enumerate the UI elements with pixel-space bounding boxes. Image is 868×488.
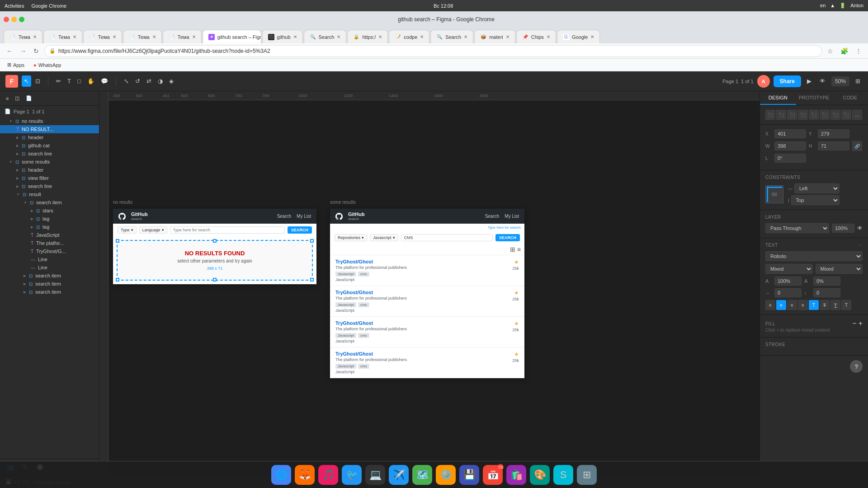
chevron-right-icon-sl2[interactable]: ▶ (16, 184, 19, 188)
text-color-btn[interactable]: T (809, 300, 819, 310)
tab-close-cp[interactable]: ✕ (420, 34, 424, 39)
layer-platform-text[interactable]: T The platfor... (0, 239, 99, 247)
text-underline-btn[interactable]: T̲ (830, 300, 840, 310)
hand-tool[interactable]: ✋ (85, 75, 97, 87)
align-top-btn[interactable]: ⬛ (798, 110, 808, 120)
layer-header-1[interactable]: ▶ ⊡ header (0, 133, 99, 141)
dock-settings[interactable]: ⚙️ (436, 465, 456, 485)
h-input[interactable] (818, 141, 849, 150)
align-bottom-btn[interactable]: ⬛ (820, 110, 830, 120)
vertical-constraint-select[interactable]: Top Bottom Center Scale (791, 195, 840, 205)
bookmark-whatsapp[interactable]: ● WhatsApp (31, 61, 64, 69)
horizontal-constraint-select[interactable]: Left Right Center Scale (794, 183, 840, 193)
zoom-control[interactable]: 50% (831, 76, 849, 86)
chevron-right-icon-gc[interactable]: ▶ (16, 144, 19, 148)
chevron-right-icon-vf[interactable]: ▶ (16, 176, 19, 180)
tab-close-5[interactable]: ✕ (192, 34, 196, 39)
help-button[interactable]: ? (850, 360, 863, 373)
tab-close-s2[interactable]: ✕ (464, 34, 467, 39)
text-align-justify-btn[interactable]: ≡ (798, 300, 808, 310)
chrome-menu-button[interactable]: ⋮ (854, 46, 863, 56)
tab-prototype[interactable]: PROTOTYPE (796, 91, 832, 105)
search-button-no-results[interactable]: SEARCH (288, 226, 312, 234)
dock-calendar[interactable]: 📅 23 (483, 465, 503, 485)
tab-figma-active[interactable]: ✦ github search – Figma ✕ (203, 30, 261, 43)
dock-chrome[interactable]: 🌐 (271, 465, 291, 485)
tab-close-g[interactable]: ✕ (590, 34, 594, 39)
tab-codpe[interactable]: 📝 codpe ✕ (389, 30, 429, 43)
figma-logo[interactable]: F (5, 75, 18, 88)
layers-panel-btn[interactable]: ≡ (4, 94, 11, 103)
tab-close-4[interactable]: ✕ (152, 34, 156, 39)
layer-result[interactable]: ▼ ⊡ result (0, 190, 99, 198)
tab-close-ht[interactable]: ✕ (378, 34, 382, 39)
share-button[interactable]: Share (774, 75, 801, 87)
text-tool[interactable]: T (65, 75, 73, 87)
window-minimize-btn[interactable] (11, 17, 17, 22)
tab-close-ch[interactable]: ✕ (547, 34, 550, 39)
chevron-down-icon-res[interactable]: ▼ (16, 192, 20, 197)
distribute-h-btn[interactable]: ⬛ (830, 110, 840, 120)
visibility-toggle-btn[interactable]: 👁 (857, 225, 863, 231)
dock-skype[interactable]: S (553, 465, 573, 485)
reload-button[interactable]: ↻ (32, 46, 41, 56)
tab-github[interactable]: ⚫ github ✕ (262, 30, 303, 43)
tab-tema-1[interactable]: 📄 Тема ✕ (4, 30, 42, 43)
text-italic-btn[interactable]: T (841, 300, 851, 310)
text-strikethrough-btn[interactable]: T̶ (820, 300, 830, 310)
dock-grid[interactable]: ⊞ (577, 465, 597, 485)
font-size-select[interactable]: Mixed 12 14 (816, 264, 863, 274)
repositories-filter[interactable]: Repositories ▾ (335, 234, 367, 241)
result-title-2[interactable]: TryGhost/Ghost (335, 290, 407, 295)
result-title-1[interactable]: TryGhost/Ghost (335, 259, 407, 264)
grid-view-icon[interactable]: ⊞ (510, 246, 515, 253)
align-center-h-btn[interactable]: ⬛ (776, 110, 786, 120)
tab-tema-5[interactable]: 📄 Тема ✕ (163, 30, 202, 43)
indent-h-input[interactable] (774, 288, 802, 297)
layer-header-2[interactable]: ▶ ⊡ header (0, 166, 99, 174)
mylist-nav-link[interactable]: My List (297, 214, 311, 219)
tab-close-2[interactable]: ✕ (73, 34, 76, 39)
component-tool[interactable]: ◈ (167, 75, 176, 87)
play-button[interactable]: ▶ (805, 75, 814, 87)
chevron-right-icon[interactable]: ▶ (16, 136, 19, 140)
opacity-input[interactable] (832, 224, 854, 233)
back-button[interactable]: ← (5, 46, 14, 56)
align-left-btn[interactable]: ⬛ (765, 110, 775, 120)
tab-search-2[interactable]: 🔍 Search ✕ (430, 30, 473, 43)
tab-https[interactable]: 🔒 https:/ ✕ (347, 30, 388, 43)
tab-tema-4[interactable]: 📄 Тема ✕ (123, 30, 162, 43)
type-filter[interactable]: Type ▾ (118, 226, 137, 234)
rotate-tool[interactable]: ↺ (133, 75, 142, 87)
address-bar[interactable]: 🔒 https://www.figma.com/file/HJ6Cz6Qj0lp… (44, 45, 822, 57)
layer-view-filter[interactable]: ▶ ⊡ view filter (0, 174, 99, 182)
window-maximize-btn[interactable] (19, 17, 24, 22)
tab-close-gh[interactable]: ✕ (293, 34, 297, 39)
some-results-design-frame[interactable]: GitHub search Search My List (330, 209, 524, 378)
more-button[interactable]: ⊞ (853, 75, 863, 87)
layer-tag-1[interactable]: ▶ ⊡ tag (0, 215, 99, 223)
font-family-select[interactable]: Roboto (765, 251, 863, 261)
tab-close-s1[interactable]: ✕ (337, 34, 340, 39)
font-weight-select[interactable]: Mixed Regular Bold (765, 264, 813, 274)
text-align-center-btn[interactable]: ≡ (776, 300, 786, 310)
align-center-v-btn[interactable]: ⬛ (809, 110, 819, 120)
layer-search-line-2[interactable]: ▶ ⊡ search line (0, 182, 99, 190)
language-filter[interactable]: Language ▾ (139, 226, 167, 234)
pen-tool[interactable]: ✏ (54, 75, 63, 87)
text-align-left-btn[interactable]: ≡ (765, 300, 775, 310)
tag-cms-2[interactable]: cms (358, 302, 369, 307)
eye-button[interactable]: 👁 (817, 75, 828, 87)
more-align-btn[interactable]: … (852, 110, 862, 120)
mirror-tool[interactable]: ⇄ (144, 75, 154, 87)
dock-telegram[interactable]: ✈️ (389, 465, 409, 485)
line-height-input[interactable] (813, 277, 840, 286)
x-input[interactable] (774, 129, 806, 138)
search-input-results[interactable] (401, 234, 493, 241)
layer-tryghost-text[interactable]: T TryGhost/G... (0, 247, 99, 255)
scale-tool[interactable]: ⤡ (122, 75, 131, 87)
bookmark-button[interactable]: ☆ (826, 46, 835, 56)
text-align-right-btn[interactable]: ≡ (787, 300, 797, 310)
align-right-btn[interactable]: ⬛ (787, 110, 797, 120)
letter-spacing-input[interactable] (774, 277, 802, 286)
